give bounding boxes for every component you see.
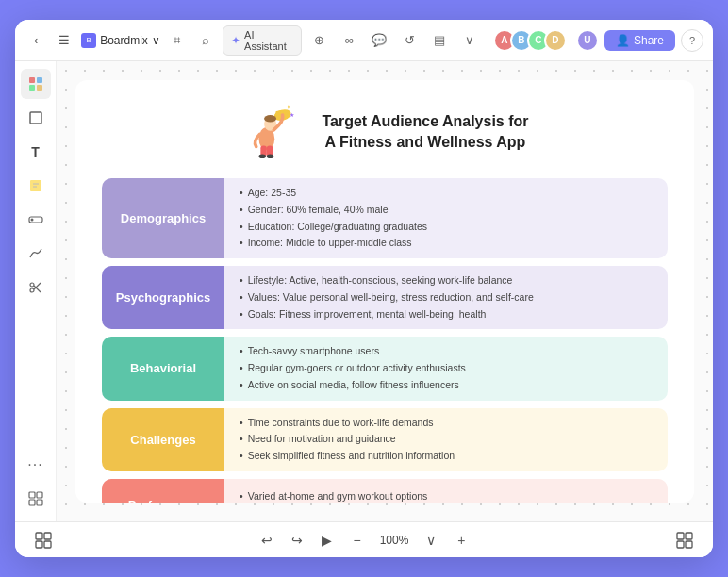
svg-point-26 bbox=[265, 115, 277, 122]
illustration: ✦ ★ bbox=[240, 99, 306, 165]
breadcrumb: B Boardmix ∨ bbox=[81, 33, 160, 48]
svg-rect-0 bbox=[29, 77, 35, 83]
preferences-label: Preferences bbox=[102, 479, 224, 503]
demographics-label: Demographics bbox=[102, 178, 224, 258]
zoom-level: 100% bbox=[374, 534, 415, 547]
svg-rect-33 bbox=[677, 533, 684, 539]
current-user-avatar: U bbox=[576, 29, 599, 52]
share-icon: 👤 bbox=[616, 34, 630, 47]
bottom-center: ↩ ↪ ▶ − 100% ∨ + bbox=[254, 527, 475, 553]
bullet: Income: Middle to upper-middle class bbox=[240, 236, 653, 251]
challenges-content: Time constraints due to work-life demand… bbox=[224, 408, 668, 471]
psychographics-label: Psychographics bbox=[102, 266, 224, 329]
zoom-chevron[interactable]: ∨ bbox=[418, 527, 444, 553]
row-challenges: Challenges Time constraints due to work-… bbox=[102, 408, 668, 471]
ai-assistant-button[interactable]: ✦ AI Assistant bbox=[223, 25, 302, 56]
share-label: Share bbox=[634, 34, 664, 47]
svg-rect-3 bbox=[37, 85, 42, 91]
challenges-label: Challenges bbox=[102, 408, 224, 471]
help-button[interactable]: ? bbox=[681, 29, 703, 52]
sidebar-item-component[interactable] bbox=[21, 205, 51, 235]
sidebar-bottom bbox=[21, 484, 51, 514]
row-psychographics: Psychographics Lifestyle: Active, health… bbox=[102, 266, 668, 329]
row-demographics: Demographics Age: 25-35 Gender: 60% fema… bbox=[102, 178, 668, 258]
svg-point-10 bbox=[30, 283, 34, 287]
psychographics-content: Lifestyle: Active, health-conscious, see… bbox=[224, 266, 668, 329]
title-line1: Target Audience Analysis for bbox=[322, 111, 528, 132]
sidebar-item-scissors[interactable] bbox=[21, 272, 51, 303]
svg-point-11 bbox=[30, 288, 34, 292]
svg-rect-36 bbox=[686, 541, 692, 548]
bottom-right bbox=[671, 527, 698, 553]
bullet: Time constraints due to work-life demand… bbox=[240, 416, 653, 431]
tag-button[interactable]: ⌗ bbox=[166, 28, 189, 53]
rows-container: Demographics Age: 25-35 Gender: 60% fema… bbox=[102, 178, 668, 503]
undo-button[interactable]: ↩ bbox=[254, 527, 280, 553]
title-section: ✦ ★ Target Audience Analysis for A Fitne… bbox=[102, 99, 668, 165]
canvas-area[interactable]: ✦ ★ Target Audience Analysis for A Fitne… bbox=[57, 61, 713, 521]
avatar: D bbox=[544, 29, 567, 52]
bullet: Lifestyle: Active, health-conscious, see… bbox=[240, 273, 653, 288]
comment-icon-btn[interactable]: 💬 bbox=[368, 29, 390, 52]
back-button[interactable]: ‹ bbox=[25, 28, 47, 53]
svg-text:✦: ✦ bbox=[287, 104, 292, 112]
bottom-left bbox=[30, 527, 57, 553]
add-icon-btn[interactable]: ⊕ bbox=[307, 29, 330, 52]
bullet: Values: Value personal well-being, stres… bbox=[240, 290, 653, 305]
bullet: Age: 25-35 bbox=[240, 186, 653, 201]
bullet: Regular gym-goers or outdoor activity en… bbox=[240, 361, 653, 376]
svg-rect-17 bbox=[37, 500, 42, 505]
sidebar-item-more[interactable]: ··· bbox=[21, 450, 51, 480]
share-button[interactable]: 👤 Share bbox=[604, 30, 675, 51]
menu-button[interactable]: ☰ bbox=[53, 28, 75, 53]
insert-button[interactable] bbox=[30, 527, 57, 553]
svg-rect-30 bbox=[44, 533, 51, 539]
link-icon-btn[interactable]: ∞ bbox=[338, 29, 360, 52]
zoom-out-button[interactable]: − bbox=[344, 527, 371, 553]
sidebar-item-shapes[interactable] bbox=[21, 69, 51, 99]
svg-point-24 bbox=[267, 154, 273, 158]
sidebar-item-frame[interactable] bbox=[21, 103, 51, 133]
sidebar-item-sticky[interactable] bbox=[21, 171, 51, 201]
ai-icon: ✦ bbox=[231, 34, 240, 47]
demographics-content: Age: 25-35 Gender: 60% female, 40% male … bbox=[224, 178, 668, 258]
sidebar-item-pen[interactable] bbox=[21, 239, 51, 269]
topbar-left: ‹ ☰ B Boardmix ∨ ⌗ ⌕ ✦ AI Assistant bbox=[25, 25, 302, 56]
bottom-bar: ↩ ↪ ▶ − 100% ∨ + bbox=[15, 521, 713, 557]
search-button[interactable]: ⌕ bbox=[194, 28, 217, 53]
svg-rect-34 bbox=[686, 533, 692, 539]
main-area: T bbox=[15, 61, 713, 521]
behavioral-label: Behaviorial bbox=[102, 337, 224, 400]
svg-rect-29 bbox=[36, 533, 42, 539]
avatars-group: A B C D bbox=[493, 29, 567, 52]
chart-icon-btn[interactable]: ▤ bbox=[428, 29, 451, 52]
title-line2: A Fitness and Wellness App bbox=[322, 132, 528, 153]
ai-btn-label: AI Assistant bbox=[244, 29, 293, 52]
bullet: Education: College/graduating graduates bbox=[240, 220, 653, 235]
sidebar-item-text[interactable]: T bbox=[21, 137, 51, 167]
bullet: Varied at-home and gym workout options bbox=[240, 489, 653, 503]
svg-rect-1 bbox=[37, 77, 42, 83]
grid-view-button[interactable] bbox=[671, 527, 698, 553]
bullet: Need for motivation and guidance bbox=[240, 432, 653, 447]
play-button[interactable]: ▶ bbox=[314, 527, 340, 553]
redo-button[interactable]: ↪ bbox=[284, 527, 310, 553]
topbar-right: A B C D U 👤 Share ? bbox=[487, 29, 703, 52]
svg-rect-15 bbox=[37, 492, 42, 498]
bullet: Active on social media, follow fitness i… bbox=[240, 378, 653, 393]
svg-rect-32 bbox=[44, 541, 51, 548]
sidebar-item-grid[interactable] bbox=[21, 484, 51, 514]
bullet: Gender: 60% female, 40% male bbox=[240, 203, 653, 218]
content-card: ✦ ★ Target Audience Analysis for A Fitne… bbox=[75, 80, 694, 503]
page-title: Target Audience Analysis for A Fitness a… bbox=[322, 111, 528, 154]
svg-point-9 bbox=[30, 219, 33, 222]
timer-icon-btn[interactable]: ↺ bbox=[398, 29, 421, 52]
bullet: Seek simplified fitness and nutrition in… bbox=[240, 449, 653, 464]
svg-rect-2 bbox=[29, 85, 35, 91]
bullet: Goals: Fitness improvement, mental well-… bbox=[240, 307, 653, 322]
preferences-content: Varied at-home and gym workout options P… bbox=[224, 479, 668, 503]
zoom-in-button[interactable]: + bbox=[448, 527, 474, 553]
more-icon-btn[interactable]: ∨ bbox=[458, 29, 481, 52]
svg-rect-5 bbox=[30, 180, 41, 191]
chevron-down-icon: ∨ bbox=[152, 34, 160, 47]
